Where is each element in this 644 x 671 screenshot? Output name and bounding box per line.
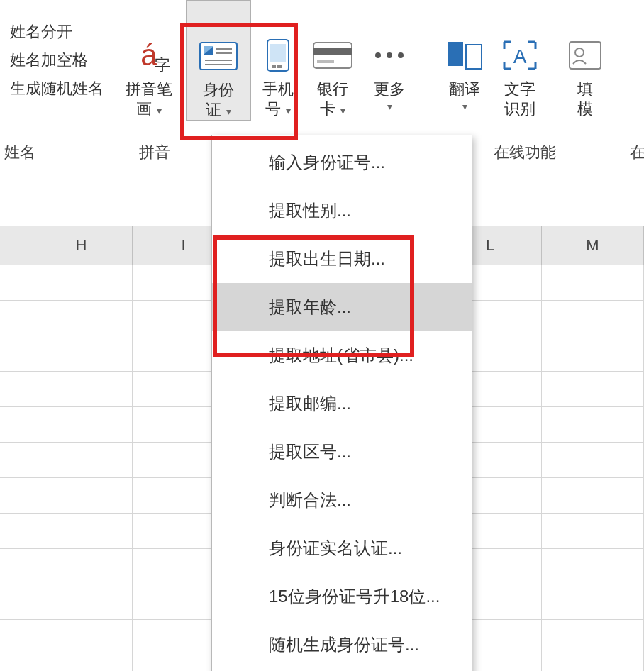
ocr-a-icon: A bbox=[501, 35, 538, 75]
svg-rect-20 bbox=[570, 42, 601, 69]
cell[interactable] bbox=[542, 301, 644, 336]
menu-validate[interactable]: 判断合法... bbox=[212, 476, 472, 524]
cell[interactable] bbox=[30, 620, 133, 655]
ribbon-group-pinyin: á字 拼音笔 画 ▾ bbox=[113, 0, 184, 121]
cell[interactable] bbox=[542, 265, 644, 300]
menu-extract-address[interactable]: 提取地址(省市县)... bbox=[212, 331, 472, 379]
svg-point-15 bbox=[387, 52, 392, 58]
phone-label2: 号 bbox=[265, 100, 281, 118]
chevron-down-icon: ▾ bbox=[286, 105, 291, 116]
svg-rect-18 bbox=[466, 45, 482, 69]
idcard-label2: 证 bbox=[206, 101, 221, 118]
cell[interactable] bbox=[0, 514, 30, 548]
menu-generate-random-id[interactable]: 随机生成身份证号... bbox=[212, 621, 472, 669]
cell[interactable] bbox=[542, 372, 644, 406]
cell[interactable] bbox=[30, 584, 133, 619]
name-random[interactable]: 生成随机姓名 bbox=[10, 78, 104, 99]
person-card-icon bbox=[569, 35, 601, 75]
menu-extract-birthdate[interactable]: 提取出生日期... bbox=[212, 235, 472, 283]
menu-extract-gender[interactable]: 提取性别... bbox=[212, 187, 472, 235]
svg-rect-13 bbox=[317, 60, 334, 63]
fill-template-button[interactable]: 填 模 bbox=[567, 0, 603, 121]
chevron-down-icon: ▾ bbox=[226, 106, 231, 117]
cell[interactable] bbox=[30, 478, 133, 513]
idcard-icon bbox=[199, 36, 238, 76]
cell[interactable] bbox=[0, 478, 30, 513]
cell[interactable] bbox=[30, 549, 133, 584]
svg-rect-10 bbox=[277, 65, 282, 68]
svg-rect-12 bbox=[313, 48, 352, 55]
ribbon-group-name: 姓名分开 姓名加空格 生成随机姓名 bbox=[0, 0, 113, 99]
bankcard-icon bbox=[313, 35, 352, 75]
cell[interactable] bbox=[542, 478, 644, 513]
cell[interactable] bbox=[542, 549, 644, 584]
chevron-down-icon: ▾ bbox=[462, 101, 467, 113]
menu-extract-age[interactable]: 提取年龄... bbox=[212, 283, 472, 331]
cell[interactable] bbox=[30, 514, 133, 548]
idcard-button[interactable]: 身份 证 ▾ bbox=[186, 0, 251, 121]
cell[interactable] bbox=[542, 443, 644, 477]
svg-point-16 bbox=[398, 52, 404, 58]
menu-extract-zipcode[interactable]: 提取邮编... bbox=[212, 379, 472, 428]
phone-label1: 手机 bbox=[262, 79, 294, 99]
menu-upgrade-15to18[interactable]: 15位身份证号升18位... bbox=[212, 572, 472, 621]
cell[interactable] bbox=[0, 265, 30, 300]
cell[interactable] bbox=[0, 301, 30, 336]
cell[interactable] bbox=[0, 620, 30, 655]
menu-realname-verify[interactable]: 身份证实名认证... bbox=[212, 524, 472, 572]
cell[interactable] bbox=[0, 584, 30, 619]
col-header-h[interactable]: H bbox=[30, 226, 133, 265]
svg-text:A: A bbox=[513, 45, 527, 67]
cell[interactable] bbox=[0, 336, 30, 371]
cell[interactable] bbox=[30, 336, 133, 371]
chevron-down-icon: ▾ bbox=[157, 105, 162, 116]
phone-icon bbox=[266, 35, 290, 75]
ribbon-group-bankcard: 银行 卡 ▾ bbox=[304, 0, 362, 121]
pinyin-stroke-button[interactable]: á字 拼音笔 画 ▾ bbox=[123, 0, 174, 121]
translate-button[interactable]: 翻译 ▾ bbox=[439, 0, 490, 121]
cell[interactable] bbox=[30, 372, 133, 406]
cell[interactable] bbox=[542, 655, 644, 671]
cell[interactable] bbox=[542, 620, 644, 655]
chevron-down-icon: ▾ bbox=[387, 101, 392, 113]
col-header-blank[interactable] bbox=[0, 226, 30, 265]
menu-input-id[interactable]: 输入身份证号... bbox=[212, 138, 472, 187]
cell[interactable] bbox=[0, 407, 30, 442]
cell[interactable] bbox=[30, 655, 133, 671]
cell[interactable] bbox=[542, 514, 644, 548]
cell[interactable] bbox=[542, 407, 644, 442]
cell[interactable] bbox=[30, 301, 133, 336]
menu-extract-areacode[interactable]: 提取区号... bbox=[212, 428, 472, 476]
fill-label2: 模 bbox=[577, 99, 593, 119]
cell[interactable] bbox=[30, 443, 133, 477]
cell[interactable] bbox=[542, 336, 644, 371]
phone-button[interactable]: 手机 号 ▾ bbox=[252, 0, 304, 121]
ribbon-group-translate: 翻译 ▾ bbox=[437, 0, 492, 121]
cell[interactable] bbox=[0, 549, 30, 584]
cell[interactable] bbox=[0, 443, 30, 477]
cell[interactable] bbox=[0, 655, 30, 671]
translate-label: 翻译 bbox=[449, 79, 480, 99]
svg-rect-8 bbox=[270, 44, 286, 62]
cell[interactable] bbox=[30, 407, 133, 442]
ocr-label2: 识别 bbox=[504, 99, 535, 119]
name-split[interactable]: 姓名分开 bbox=[10, 21, 104, 43]
ribbon-toolbar: 姓名分开 姓名加空格 生成随机姓名 á字 拼音笔 画 ▾ bbox=[0, 0, 644, 135]
col-header-m[interactable]: M bbox=[542, 226, 644, 265]
fill-label1: 填 bbox=[577, 79, 593, 99]
more-label: 更多 bbox=[374, 79, 405, 99]
idcard-dropdown-menu: 输入身份证号... 提取性别... 提取出生日期... 提取年龄... 提取地址… bbox=[211, 135, 472, 671]
ribbon-group-idcard: 身份 证 ▾ bbox=[184, 0, 252, 121]
ocr-label1: 文字 bbox=[504, 79, 535, 99]
chevron-down-icon: ▾ bbox=[340, 105, 345, 116]
pinyin-btn-label1: 拼音笔 bbox=[126, 79, 172, 99]
bankcard-button[interactable]: 银行 卡 ▾ bbox=[307, 0, 358, 121]
pinyin-btn-label2: 画 bbox=[136, 100, 152, 118]
cell[interactable] bbox=[542, 584, 644, 619]
cell[interactable] bbox=[30, 265, 133, 300]
name-add-space[interactable]: 姓名加空格 bbox=[10, 50, 104, 71]
more-button[interactable]: 更多 ▾ bbox=[364, 0, 415, 121]
cell[interactable] bbox=[0, 372, 30, 406]
ribbon-group-ocr: A 文字 识别 bbox=[492, 0, 548, 121]
ocr-button[interactable]: A 文字 识别 bbox=[494, 0, 545, 121]
